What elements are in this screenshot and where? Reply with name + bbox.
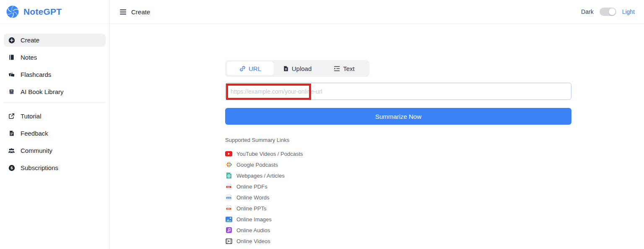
- supported-link-label: Webpages / Articles: [236, 173, 285, 179]
- url-input[interactable]: [225, 83, 571, 100]
- logo-text: NoteGPT: [23, 7, 62, 17]
- youtube-icon: [225, 150, 232, 157]
- hamburger-menu-icon[interactable]: [120, 9, 127, 15]
- book-icon: [8, 88, 15, 95]
- notes-icon: [8, 54, 15, 61]
- header: Create Dark Light: [110, 0, 644, 24]
- sidebar-item-label: Community: [21, 147, 52, 154]
- supported-link-audios: Online Audios: [225, 225, 571, 236]
- sidebar-item-community[interactable]: Community: [4, 144, 106, 157]
- tab-label: Text: [343, 65, 355, 72]
- supported-link-images: Online Images: [225, 214, 571, 225]
- sidebar-item-label: Subscriptions: [21, 164, 58, 171]
- link-icon: [239, 66, 246, 72]
- google-podcasts-icon: [225, 161, 232, 168]
- supported-link-videos: Online Videos: [225, 236, 571, 246]
- supported-link-label: Online Audios: [236, 227, 270, 233]
- supported-link-label: Google Podcasts: [236, 162, 278, 168]
- sidebar-item-label: Tutorial: [21, 113, 41, 120]
- svg-text:$: $: [10, 165, 13, 170]
- create-panel: URL Upload Text Summarize Now Supported …: [225, 60, 571, 246]
- summarize-now-button[interactable]: Summarize Now: [225, 108, 571, 125]
- sidebar-item-subscriptions[interactable]: $ Subscriptions: [4, 161, 106, 174]
- supported-link-label: YouTube Videos / Podcasts: [236, 151, 303, 157]
- ppt-icon: PPT: [225, 205, 232, 212]
- sidebar-item-label: AI Book Library: [21, 88, 64, 95]
- sidebar-item-notes[interactable]: Notes: [4, 51, 106, 64]
- toggle-knob: [609, 8, 615, 15]
- tab-label: Upload: [292, 65, 312, 72]
- sidebar-item-label: Feedback: [21, 130, 48, 137]
- external-link-icon: [8, 113, 15, 120]
- sidebar-item-create[interactable]: Create: [4, 34, 106, 47]
- feedback-icon: [8, 130, 15, 137]
- svg-text:WORD: WORD: [226, 197, 231, 199]
- sidebar-item-feedback[interactable]: Feedback: [4, 127, 106, 140]
- sidebar: NoteGPT Create Notes Flashcards: [0, 0, 110, 249]
- webpage-icon: [225, 172, 232, 179]
- supported-link-google-podcasts: Google Podcasts: [225, 159, 571, 170]
- sidebar-item-label: Create: [21, 37, 39, 44]
- tab-text[interactable]: Text: [321, 62, 368, 75]
- tab-url[interactable]: URL: [227, 62, 274, 75]
- tab-label: URL: [249, 65, 261, 72]
- community-icon: [8, 147, 15, 154]
- flashcards-icon: [8, 71, 15, 78]
- supported-link-label: Online PPTs: [236, 205, 267, 212]
- dollar-circle-icon: $: [8, 164, 15, 171]
- theme-toggle[interactable]: [600, 8, 616, 16]
- tab-upload[interactable]: Upload: [274, 62, 321, 75]
- source-tabs: URL Upload Text: [225, 60, 369, 77]
- dark-mode-label[interactable]: Dark: [581, 8, 594, 15]
- supported-link-label: Online PDFs: [236, 183, 267, 190]
- text-indent-icon: [334, 66, 340, 71]
- sidebar-item-flashcards[interactable]: Flashcards: [4, 68, 106, 81]
- image-icon: [225, 216, 232, 223]
- supported-links-list: YouTube Videos / Podcasts Google Podcast…: [225, 148, 571, 246]
- video-icon: [225, 238, 232, 245]
- logo[interactable]: NoteGPT: [0, 0, 109, 24]
- sidebar-menu: Create Notes Flashcards AI Book Library: [0, 24, 109, 174]
- pdf-icon: PDF: [225, 183, 232, 190]
- light-mode-label[interactable]: Light: [622, 8, 635, 15]
- page-title: Create: [131, 8, 150, 16]
- supported-link-label: Online Words: [236, 194, 270, 201]
- sidebar-item-tutorial[interactable]: Tutorial: [4, 110, 106, 123]
- supported-link-words: WORD Online Words: [225, 192, 571, 203]
- sidebar-divider: [4, 102, 105, 103]
- upload-file-icon: [283, 66, 289, 72]
- supported-link-pdfs: PDF Online PDFs: [225, 181, 571, 192]
- supported-links-title: Supported Summary Links: [225, 137, 571, 143]
- notegpt-app: NoteGPT Create Notes Flashcards: [0, 0, 644, 249]
- audio-icon: [225, 227, 232, 234]
- notegpt-swirl-logo-icon: [5, 5, 20, 19]
- plus-circle-icon: [8, 37, 15, 44]
- word-icon: WORD: [225, 194, 232, 201]
- supported-link-ppts: PPT Online PPTs: [225, 203, 571, 214]
- svg-text:PDF: PDF: [227, 186, 230, 188]
- svg-text:PPT: PPT: [227, 208, 231, 210]
- sidebar-item-label: Notes: [21, 54, 37, 61]
- supported-link-webpages: Webpages / Articles: [225, 170, 571, 181]
- sidebar-item-ai-book-library[interactable]: AI Book Library: [4, 85, 106, 98]
- supported-link-label: Online Images: [236, 216, 272, 223]
- supported-link-youtube: YouTube Videos / Podcasts: [225, 148, 571, 159]
- supported-link-label: Online Videos: [236, 238, 270, 244]
- sidebar-item-label: Flashcards: [21, 71, 51, 78]
